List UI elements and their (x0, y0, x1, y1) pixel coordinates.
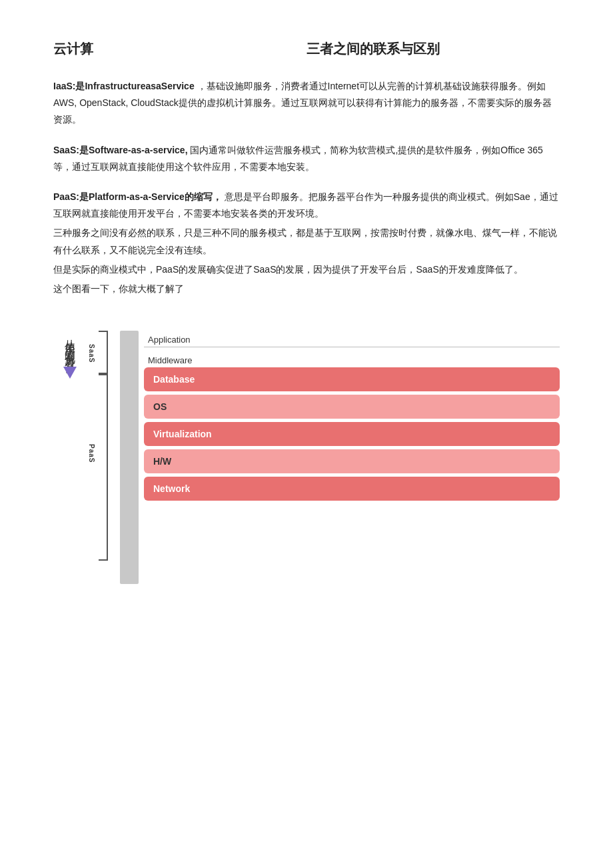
bracket-area: SaaS PaaS (87, 331, 120, 584)
iaas-text: IaaS:是InfrastructureasaService ，基础设施即服务，… (53, 78, 560, 129)
saas-bracket (99, 331, 108, 374)
vertical-text: 从使用者的视角看云计 (63, 331, 77, 357)
network-label: Network (153, 483, 190, 494)
right-blocks: Application Middleware Database OS Virtu… (144, 331, 560, 504)
hw-label: H/W (153, 456, 171, 467)
iaas-section: IaaS:是InfrastructureasaService ，基础设施即服务，… (53, 78, 560, 129)
header-row: 云计算 三者之间的联系与区别 (53, 40, 560, 58)
iaas-label: IaaS:是InfrastructureasaService (53, 81, 195, 91)
middleware-row: Middleware (144, 351, 560, 367)
application-label: Application (148, 335, 191, 345)
relation2-text: 但是实际的商业模式中，PaaS的发展确实促进了SaaS的发展，因为提供了开发平台… (53, 261, 560, 278)
paas-bracket (99, 374, 108, 561)
database-label: Database (153, 374, 195, 385)
saas-section: SaaS:是Software-as-a-service, 国内通常叫做软件运营服… (53, 142, 560, 175)
os-block: OS (144, 395, 560, 419)
relation3-text: 这个图看一下，你就大概了解了 (53, 281, 560, 297)
paas-section: PaaS:是Platform-as-a-Service的缩写， 意思是平台即服务… (53, 189, 560, 297)
paas-label-text: PaaS:是Platform-as-a-Service的缩写， (53, 191, 222, 202)
database-block: Database (144, 367, 560, 391)
application-divider (144, 347, 560, 347)
saas-text: SaaS:是Software-as-a-service, 国内通常叫做软件运营服… (53, 142, 560, 175)
section-title: 三者之间的联系与区别 (306, 40, 440, 58)
middleware-label: Middleware (148, 355, 192, 365)
application-row: Application (144, 331, 560, 347)
saas-label: SaaS:是Software-as-a-service, (53, 145, 188, 155)
virtualization-block: Virtualization (144, 422, 560, 446)
left-gray-bar (120, 331, 139, 584)
paas-bracket-label: PaaS (88, 444, 95, 463)
relation1-text: 三种服务之间没有必然的联系，只是三种不同的服务模式，都是基于互联网，按需按时付费… (53, 225, 560, 258)
os-label: OS (153, 401, 167, 412)
hw-block: H/W (144, 449, 560, 473)
virtualization-label: Virtualization (153, 429, 212, 439)
arrow-down-icon (63, 367, 77, 379)
page-title: 云计算 (53, 40, 187, 58)
network-block: Network (144, 477, 560, 501)
saas-bracket-label: SaaS (88, 344, 95, 363)
diagram-container: 从使用者的视角看云计 SaaS PaaS Application Middlew… (53, 324, 560, 584)
paas-text: PaaS:是Platform-as-a-Service的缩写， 意思是平台即服务… (53, 189, 560, 222)
vertical-text-column: 从使用者的视角看云计 (53, 324, 87, 379)
